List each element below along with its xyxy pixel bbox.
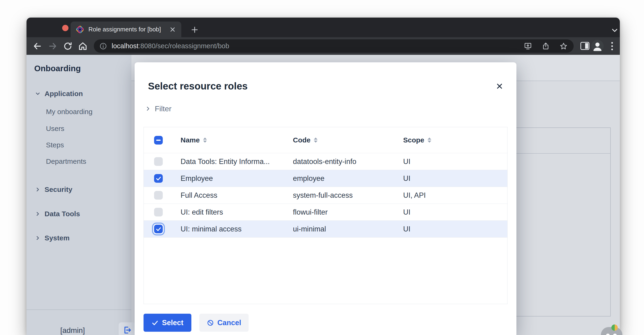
browser-tab-strip: Role assignments for [bob] [26,17,620,37]
cell-code: system-full-access [293,191,353,199]
cell-code: employee [293,174,324,183]
logout-button[interactable] [119,322,136,335]
url-path: :8080/sec/roleassignment/bob [138,42,229,50]
nav-item-label: My onboarding [46,108,92,116]
row-checkbox[interactable] [154,191,163,200]
cell-code: datatools-entity-info [293,157,356,166]
browser-window: Role assignments for [bob] [26,17,620,335]
share-icon[interactable] [542,42,550,50]
reload-button[interactable] [63,41,72,51]
nav-item-label: Users [46,125,64,133]
ban-icon [207,319,214,326]
dialog-close-button[interactable] [494,81,505,91]
profile-avatar[interactable] [591,40,604,52]
sidebar-item-departments[interactable]: Departments [26,156,131,167]
sidebar-item-my-onboarding[interactable]: My onboarding [26,107,131,117]
cell-name: UI: edit filters [180,208,223,216]
window-close-button[interactable] [62,25,68,31]
sidebar-section-system[interactable]: System [26,233,131,243]
tab-title: Role assignments for [bob] [88,26,166,33]
nav-item-label: Steps [46,141,64,149]
dev-tools-status-badge [612,325,618,331]
side-panel-icon[interactable] [580,42,589,50]
tab-close-icon[interactable] [169,26,176,33]
column-header-code[interactable]: Code [293,136,318,144]
sidebar-section-data-tools[interactable]: Data Tools [26,209,131,219]
cancel-button[interactable]: Cancel [199,314,248,332]
home-button[interactable] [78,41,88,51]
chevron-right-icon [145,106,151,112]
dialog-button-bar: Select Cancel [144,314,248,332]
select-button[interactable]: Select [144,314,191,332]
drawer-footer-divider [26,310,131,310]
grid-header-row: Name Code Scope [144,127,507,153]
navigation-drawer: Onboarding Application My onboarding Use… [26,55,131,335]
cell-scope: UI [403,157,410,166]
cell-scope: UI [403,174,410,183]
row-checkbox[interactable] [154,225,163,233]
section-label: Application [44,90,83,98]
close-icon [496,82,503,90]
person-icon [591,40,604,52]
chevron-right-icon [35,235,41,241]
browser-toolbar: localhost:8080/sec/roleassignment/bob [26,37,620,55]
back-button[interactable] [32,41,42,51]
app-title: Onboarding [34,64,81,73]
grid-row-ui-minimal-access[interactable]: UI: minimal access ui-minimal UI [144,221,507,238]
row-checkbox[interactable] [154,157,163,166]
current-user-label: [admin] [60,326,85,335]
browser-menu-icon[interactable] [609,40,615,52]
chevron-right-icon [35,211,41,217]
site-info-icon[interactable] [100,42,107,50]
cell-scope: UI [403,208,410,216]
filter-expander[interactable]: Filter [145,103,172,114]
sort-icon[interactable] [203,137,207,143]
sidebar-section-security[interactable]: Security [26,184,131,195]
url-host: localhost [112,42,138,50]
select-all-checkbox[interactable] [154,136,163,145]
section-label: Data Tools [44,210,80,218]
cell-name: Full Access [180,191,218,199]
grid-row-employee[interactable]: Employee employee UI [144,170,507,187]
cell-code: flowui-filter [293,208,328,216]
grid-row-ui-edit-filters[interactable]: UI: edit filters flowui-filter UI [144,204,507,221]
sidebar-item-users[interactable]: Users [26,123,131,134]
dialog-title: Select resource roles [148,81,248,92]
bookmark-star-icon[interactable] [560,42,568,50]
select-resource-roles-dialog: Select resource roles Filter [134,62,516,335]
sidebar-item-steps[interactable]: Steps [26,140,131,150]
address-bar[interactable]: localhost:8080/sec/roleassignment/bob [94,39,574,53]
section-label: Security [44,186,72,194]
cell-name: UI: minimal access [180,225,242,233]
nav-item-label: Departments [46,157,86,165]
grid-row-datatools-entity-info[interactable]: Data Tools: Entity Informa... datatools-… [144,153,507,170]
cell-scope: UI [403,225,410,233]
column-header-name[interactable]: Name [180,136,207,144]
sidebar-section-application[interactable]: Application [26,88,131,99]
sort-icon[interactable] [314,137,318,143]
cell-name: Employee [180,174,213,183]
filter-label: Filter [155,104,172,113]
column-header-scope[interactable]: Scope [403,136,431,144]
new-tab-button[interactable] [191,26,199,34]
logout-icon [123,326,132,335]
grid-row-full-access[interactable]: Full Access system-full-access UI, API [144,187,507,204]
downloads-icon[interactable] [524,42,532,50]
browser-tab[interactable]: Role assignments for [bob] [70,21,181,37]
jmix-favicon [76,25,84,34]
chevron-right-icon [35,186,41,193]
row-checkbox[interactable] [154,208,163,216]
url-text[interactable]: localhost:8080/sec/roleassignment/bob [112,42,514,50]
chevron-down-icon [35,91,41,97]
cell-code: ui-minimal [293,225,326,233]
forward-button[interactable] [48,41,58,51]
section-label: System [44,234,70,242]
cell-name: Data Tools: Entity Informa... [180,157,270,166]
resource-roles-grid: Name Code Scope Data Tools: E [144,127,508,304]
screenshot-stage: Role assignments for [bob] [0,0,644,335]
cell-scope: UI, API [403,191,426,199]
check-icon [152,319,158,326]
row-checkbox[interactable] [154,174,163,183]
tab-search-chevron-icon[interactable] [611,26,618,34]
sort-icon[interactable] [428,137,431,143]
